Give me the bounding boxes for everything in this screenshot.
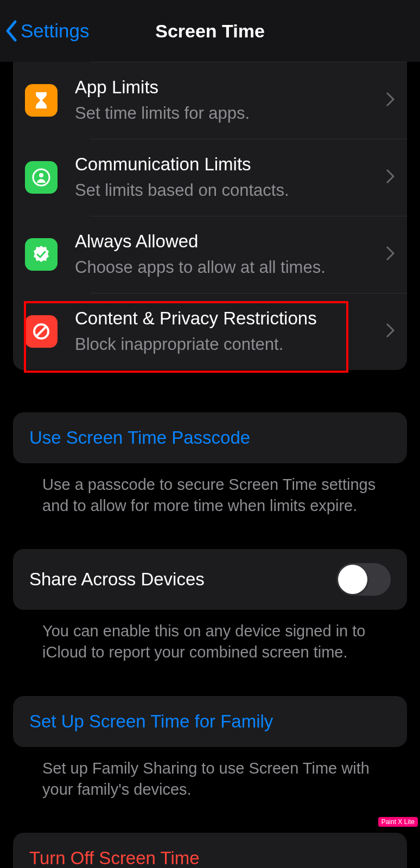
navbar: Settings Screen Time (0, 0, 420, 62)
back-button[interactable]: Settings (4, 20, 89, 42)
svg-line-3 (36, 327, 46, 336)
row-title: Communication Limits (75, 153, 385, 175)
chevron-right-icon (385, 322, 395, 341)
row-content-privacy[interactable]: Content & Privacy Restrictions Block ina… (13, 293, 407, 370)
chevron-right-icon (385, 91, 395, 110)
chevron-right-icon (385, 245, 395, 264)
use-passcode-button[interactable]: Use Screen Time Passcode (13, 412, 407, 463)
turn-off-button[interactable]: Turn Off Screen Time (13, 833, 407, 868)
row-communication-limits[interactable]: Communication Limits Set limits based on… (13, 139, 407, 216)
family-hint: Set up Family Sharing to use Screen Time… (42, 758, 391, 800)
share-hint: You can enable this on any device signed… (42, 621, 391, 663)
chevron-left-icon (4, 20, 20, 42)
limits-section: App Limits Set time limits for apps. Com… (13, 62, 407, 370)
contact-circle-icon (25, 161, 58, 194)
watermark: Paint X Lite (378, 817, 418, 827)
row-app-limits[interactable]: App Limits Set time limits for apps. (13, 62, 407, 139)
row-title: Always Allowed (75, 230, 385, 252)
share-label: Share Across Devices (29, 569, 205, 590)
row-sub: Set time limits for apps. (75, 102, 385, 125)
setup-family-button[interactable]: Set Up Screen Time for Family (13, 696, 407, 747)
page-title: Screen Time (155, 21, 265, 42)
row-sub: Choose apps to allow at all times. (75, 256, 385, 279)
row-sub: Set limits based on contacts. (75, 179, 385, 202)
row-sub: Block inappropriate content. (75, 333, 385, 356)
share-across-devices-row: Share Across Devices (13, 549, 407, 610)
row-title: Content & Privacy Restrictions (75, 307, 385, 329)
chevron-right-icon (385, 168, 395, 187)
hourglass-icon (25, 84, 58, 117)
no-entry-icon (25, 315, 58, 348)
row-title: App Limits (75, 76, 385, 98)
verified-badge-icon (25, 238, 58, 271)
row-always-allowed[interactable]: Always Allowed Choose apps to allow at a… (13, 216, 407, 293)
svg-point-1 (39, 173, 43, 177)
share-toggle[interactable] (336, 563, 391, 596)
back-label: Settings (21, 20, 89, 42)
passcode-hint: Use a passcode to secure Screen Time set… (42, 474, 391, 516)
